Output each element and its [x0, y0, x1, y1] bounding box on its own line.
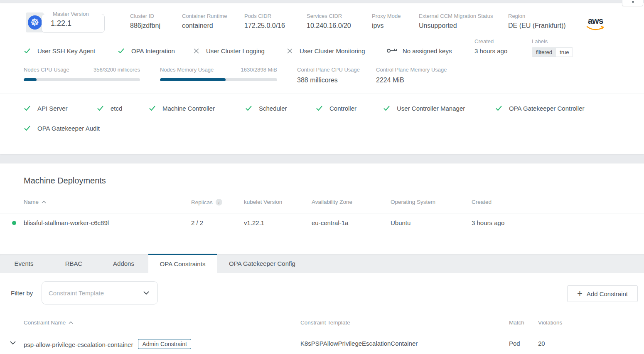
ct-header-name[interactable]: Constraint Name — [24, 319, 73, 326]
health-label: Controller — [329, 105, 356, 112]
cpu-usage-fill — [24, 78, 37, 81]
md-header-created: Created — [472, 199, 492, 205]
constraint-row[interactable]: psp-allow-privilege-escalation-container… — [0, 333, 644, 354]
key-icon — [386, 47, 398, 54]
health-user-controller-manager: User Controller Manager — [383, 104, 465, 112]
stat-container-runtime: Container Runtime containerd — [182, 13, 227, 30]
stat-label: Region — [508, 13, 566, 20]
add-constraint-label: Add Constraint — [587, 290, 628, 297]
stat-region: Region DE (EU (Frankfurt)) — [508, 13, 566, 30]
feature-label: OPA Integration — [131, 47, 175, 54]
health-controller: Controller — [316, 104, 356, 112]
stat-ccm-migration-status: External CCM Migration Status Unsupporte… — [419, 13, 493, 30]
health-scheduler: Scheduler — [245, 104, 287, 112]
kubernetes-logo-box: ☸ — [26, 12, 44, 32]
health-label: Scheduler — [259, 105, 287, 112]
check-icon — [495, 105, 502, 112]
cpu-usage-progressbar — [24, 78, 140, 81]
usage-value: 388 millicores — [297, 77, 360, 84]
stat-value: 172.25.0.0/16 — [244, 22, 285, 30]
column-label: Constraint Name — [24, 319, 66, 326]
stat-value: DE (EU (Frankfurt)) — [508, 22, 566, 30]
check-icon — [24, 105, 31, 112]
usage-value: 356/3200 millicores — [93, 67, 140, 73]
stat-label: Proxy Mode — [372, 13, 401, 20]
health-label: Machine Controller — [162, 105, 215, 112]
health-etcd: etcd — [97, 104, 122, 112]
feature-label: User Cluster Logging — [206, 47, 265, 54]
column-label: kubelet Version — [244, 199, 282, 205]
tab-opa-constraints[interactable]: OPA Constraints — [148, 254, 217, 273]
ellipsis-dot-icon — [632, 1, 634, 3]
stat-value: 10.240.16.0/20 — [307, 22, 351, 30]
stat-cluster-id: Cluster ID 886jzdfbnj — [130, 13, 160, 30]
filter-by-label: Filter by — [11, 290, 33, 297]
memory-usage-progressbar — [160, 78, 277, 81]
check-icon — [24, 125, 31, 132]
aws-provider-logo: aws — [586, 17, 605, 32]
ssh-keys-text: No assigned keys — [403, 47, 452, 54]
health-machine-controller: Machine Controller — [149, 104, 215, 112]
md-header-os: Operating System — [391, 199, 435, 205]
ct-cell-name: psp-allow-privilege-escalation-container… — [24, 340, 191, 350]
kubernetes-icon: ☸ — [28, 15, 42, 30]
md-cell-zone: eu-central-1a — [312, 219, 348, 226]
tab-opa-gatekeeper-config[interactable]: OPA Gatekeeper Config — [217, 254, 307, 273]
constraint-template-select[interactable]: Constraint Template — [42, 281, 158, 304]
ct-cell-match: Pod — [509, 340, 520, 347]
ct-header-match: Match — [509, 319, 524, 326]
usage-value: 1630/2898 MiB — [241, 67, 277, 73]
feature-user-ssh-key-agent: User SSH Key Agent — [24, 47, 95, 55]
health-label: OPA Gatekeeper Audit — [37, 125, 100, 132]
nodes-cpu-usage: Nodes CPU Usage 356/3200 millicores — [24, 67, 140, 81]
md-cell-os: Ubuntu — [391, 219, 410, 226]
column-label: Name — [24, 199, 39, 205]
stat-services-cidr: Services CIDR 10.240.16.0/20 — [307, 13, 351, 30]
feature-user-cluster-logging: User Cluster Logging — [193, 47, 265, 55]
health-label: User Controller Manager — [397, 105, 465, 112]
nodes-memory-usage: Nodes Memory Usage 1630/2898 MiB — [160, 67, 277, 81]
expand-row-chevron-icon[interactable] — [10, 341, 16, 345]
md-header-zone: Availability Zone — [312, 199, 352, 205]
master-version-box: Master Version 1.22.1 — [42, 14, 105, 33]
label-chip-key: filtered — [532, 48, 556, 57]
usage-label: Nodes CPU Usage — [24, 67, 69, 73]
tab-label: OPA Constraints — [160, 260, 206, 267]
md-header-name[interactable]: Name — [24, 199, 46, 205]
sort-asc-icon — [69, 321, 73, 324]
master-version-label: Master Version — [50, 11, 91, 17]
stat-label: External CCM Migration Status — [419, 13, 493, 20]
check-icon — [316, 105, 323, 112]
tab-events[interactable]: Events — [0, 254, 48, 273]
chevron-down-icon — [143, 291, 149, 295]
tab-addons[interactable]: Addons — [100, 254, 147, 273]
tab-rbac[interactable]: RBAC — [48, 254, 100, 273]
check-icon — [24, 47, 31, 54]
column-label: Operating System — [391, 199, 435, 205]
tab-label: Events — [15, 260, 34, 267]
md-header-kubelet: kubelet Version — [244, 199, 282, 205]
column-label: Replicas — [191, 199, 213, 205]
health-opa-gatekeeper-controller: OPA Gatekeeper Controller — [495, 104, 584, 112]
stat-proxy-mode: Proxy Mode ipvs — [372, 13, 401, 30]
info-icon[interactable]: i — [216, 199, 222, 205]
more-options-button[interactable] — [622, 0, 643, 6]
cluster-dashboard: ☸ Master Version 1.22.1 Cluster ID 886jz… — [0, 0, 644, 354]
column-label: Constraint Template — [300, 319, 350, 326]
sort-asc-icon — [42, 201, 46, 203]
created-value: 3 hours ago — [474, 47, 507, 54]
master-version-value: 1.22.1 — [51, 19, 71, 28]
machine-deployments-card: Machine Deployments Name Replicas i kube… — [0, 163, 644, 254]
ct-cell-template: K8sPSPAllowPrivilegeEscalationContainer — [300, 340, 418, 347]
md-cell-created: 3 hours ago — [472, 219, 504, 226]
usage-label: Control Plane Memory Usage — [376, 67, 447, 73]
health-label: etcd — [111, 105, 122, 112]
machine-deployment-row[interactable]: blissful-stallman-worker-c6c89l 2 / 2 v1… — [0, 213, 644, 233]
select-placeholder: Constraint Template — [49, 290, 104, 297]
add-constraint-button[interactable]: + Add Constraint — [567, 285, 638, 302]
check-icon — [118, 47, 125, 54]
check-icon — [383, 105, 390, 112]
labels-block: Labels filtered true — [532, 38, 573, 57]
column-label: Violations — [538, 319, 562, 326]
check-icon — [97, 105, 104, 112]
